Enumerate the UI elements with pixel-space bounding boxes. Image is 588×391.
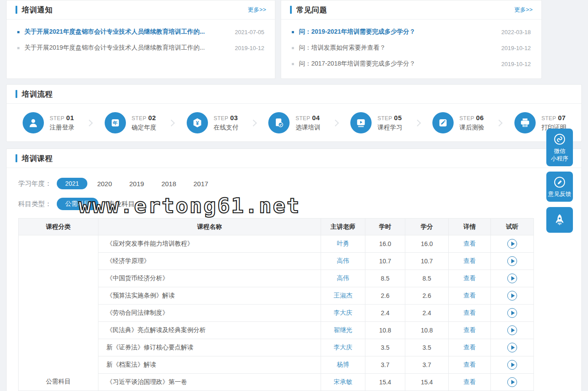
courses-title: 培训课程 [22,153,53,164]
subject-filter-label: 科目类型： [18,200,51,208]
year-tab-2017[interactable]: 2017 [193,180,208,188]
teacher-link[interactable]: 杨博 [321,356,365,374]
process-panel: 培训流程 STEP01 注册登录 年 STEP02 确定年度 [6,84,582,142]
play-icon[interactable] [507,377,517,387]
teacher-link[interactable]: 高伟 [321,253,365,270]
title-accent-bar [290,6,292,14]
process-steps: STEP01 注册登录 年 STEP02 确定年度 ¥ [7,104,581,142]
step-register-login: STEP01 注册登录 [23,112,74,133]
teacher-link[interactable]: 高伟 [321,270,365,287]
view-link[interactable]: 查看 [463,326,476,333]
hours-value: 10.8 [365,322,405,339]
step-prefix: STEP [214,115,228,121]
step-name: 注册登录 [50,124,74,132]
view-link[interactable]: 查看 [463,344,476,351]
credits-value: 3.7 [405,356,449,374]
view-link[interactable]: 查看 [463,378,476,385]
faq-more-link[interactable]: 更多>> [514,6,533,14]
teacher-link[interactable]: 叶勇 [321,235,365,253]
play-icon[interactable] [507,256,517,266]
credits-value: 15.4 [405,374,449,391]
notice-item[interactable]: 关于开展2021年度盘锦市会计专业技术人员继续教育培训工作的... 2021-0… [17,24,264,40]
back-to-top-rocket-button[interactable] [546,207,573,233]
subject-tab-public-selected[interactable]: 公需科目 [57,198,98,210]
teacher-link[interactable]: 宋承敏 [321,374,365,391]
step-number: 07 [558,114,566,121]
feedback-pencil-icon [553,176,566,189]
step-quiz: STEP06 课后测验 [432,112,484,133]
notice-link[interactable]: 关于开展2021年度盘锦市会计专业技术人员继续教育培训工作的... [24,28,228,36]
teacher-link[interactable]: 翟继光 [321,322,365,339]
play-icon[interactable] [507,325,517,335]
course-name: 《习近平谈治国理政》第一卷 [98,374,321,391]
notice-link[interactable]: 关于开展2019年度盘锦市会计专业技术人员继续教育培训工作的... [24,44,228,52]
notice-date: 2021-07-05 [235,29,265,35]
view-link[interactable]: 查看 [463,257,476,264]
step-prefix: STEP [132,115,146,121]
play-icon[interactable] [507,239,517,249]
year-tab-2019[interactable]: 2019 [129,180,144,188]
hours-value: 2.4 [365,305,405,322]
view-link[interactable]: 查看 [463,292,476,299]
course-name: 新《档案法》解读 [98,356,321,374]
hours-value: 15.4 [365,374,405,391]
wechat-label-line2: 小程序 [551,155,568,162]
step-text: STEP06 课后测验 [459,114,484,132]
miniprogram-icon [553,133,566,146]
wechat-miniprogram-button[interactable]: 微信 小程序 [546,129,573,166]
title-accent-bar [16,154,17,162]
step-prefix: STEP [541,115,556,121]
bullet-icon [17,31,20,33]
hours-value: 16.0 [365,235,405,253]
view-link[interactable]: 查看 [463,309,476,316]
faq-link[interactable]: 问：培训发票如何索要并查看？ [299,44,494,52]
play-icon[interactable] [507,360,517,370]
year-tab-2020[interactable]: 2020 [97,180,112,188]
courses-panel: 培训课程 更多>> 学习年度： 2021 2020 2019 2018 2017… [6,149,582,391]
hours-value: 8.5 [365,270,405,287]
step-text: STEP01 注册登录 [50,114,74,132]
course-name: 《中国货币经济分析》 [98,270,321,287]
course-name: 《预算法实施条例》解读 [98,287,321,305]
hours-value: 3.7 [365,356,405,374]
process-title: 培训流程 [22,89,53,99]
faq-item[interactable]: 问：培训发票如何索要并查看？ 2019-10-12 [292,40,531,56]
step-number: 05 [394,114,402,121]
bullet-icon [292,31,294,33]
notices-title: 培训通知 [22,5,53,15]
faq-link[interactable]: 问：2017-2018年培训需要完成多少学分？ [299,60,494,68]
step-number: 02 [148,114,156,121]
top-row: 培训通知 更多>> 关于开展2021年度盘锦市会计专业技术人员继续教育培训工作的… [0,0,588,79]
chevron-right-icon [86,119,93,126]
credits-value: 16.0 [405,235,449,253]
teacher-link[interactable]: 李大庆 [321,305,365,322]
teacher-link[interactable]: 王淑杰 [321,287,365,305]
chevron-right-icon [250,119,257,126]
teacher-link[interactable]: 李大庆 [321,339,365,356]
courses-header: 培训课程 更多>> [7,149,581,168]
step-select-year: 年 STEP02 确定年度 [105,112,157,133]
faq-item[interactable]: 问：2019-2021年培训需要完成多少学分？ 2022-03-18 [292,24,531,40]
course-name: 《劳动合同法律制度》 [98,305,321,322]
notice-item[interactable]: 关于开展2019年度盘锦市会计专业技术人员继续教育培训工作的... 2019-1… [17,40,264,56]
view-link[interactable]: 查看 [463,274,476,282]
play-icon[interactable] [507,343,517,352]
page: 培训通知 更多>> 关于开展2021年度盘锦市会计专业技术人员继续教育培训工作的… [0,0,588,391]
year-tab-2021-selected[interactable]: 2021 [57,178,87,189]
year-tab-2018[interactable]: 2018 [161,180,176,188]
step-name: 课程学习 [377,124,402,132]
play-icon[interactable] [507,274,517,283]
play-icon[interactable] [507,308,517,318]
feedback-button[interactable]: 意见反馈 [546,172,573,202]
play-icon[interactable] [507,291,517,301]
chevron-right-icon [332,119,339,126]
step-name: 选课培训 [295,124,320,132]
step-online-pay: ¥ STEP03 在线支付 [187,112,239,133]
view-link[interactable]: 查看 [463,240,476,247]
view-link[interactable]: 查看 [463,361,476,368]
faq-item[interactable]: 问：2017-2018年培训需要完成多少学分？ 2019-10-12 [292,56,531,72]
step-prefix: STEP [295,115,310,121]
notices-more-link[interactable]: 更多>> [248,6,266,14]
faq-link[interactable]: 问：2019-2021年培训需要完成多少学分？ [299,28,494,36]
subject-tab-professional[interactable]: 专业科目 [108,200,135,208]
